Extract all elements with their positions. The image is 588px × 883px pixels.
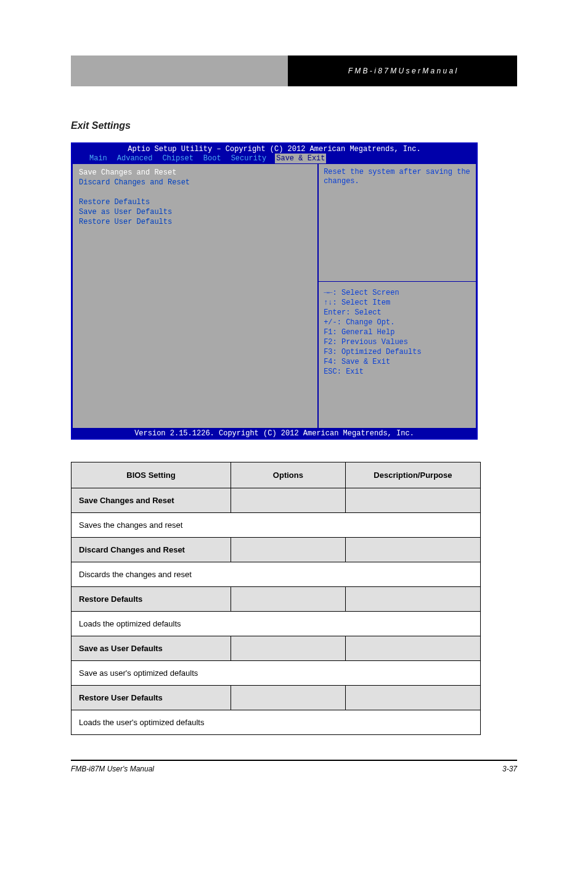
bios-version-footer: Version 2.15.1226. Copyright (C) 2012 Am… (72, 429, 476, 438)
row-options (231, 488, 345, 513)
row-desc: Loads the optimized defaults (71, 612, 481, 636)
row-options (231, 636, 345, 661)
footer-left: FMB-i87M User's Manual (71, 765, 154, 773)
header-right-text: F M B - i 8 7 M U s e r M a n u a l (348, 67, 457, 75)
row-desc: Discards the changes and reset (71, 562, 481, 587)
menu-save-changes-reset[interactable]: Save Changes and Reset (79, 168, 311, 178)
header-left-block (71, 55, 288, 86)
col-header-setting: BIOS Setting (71, 462, 231, 488)
tab-security[interactable]: Security (230, 154, 268, 163)
legend-change-opt: +/-: Change Opt. (324, 318, 471, 327)
bios-tabs: Main Advanced Chipset Boot Security Save… (72, 154, 476, 163)
bios-help-description: Reset the system after saving the change… (319, 164, 476, 282)
row-title: Restore Defaults (71, 587, 231, 612)
row-desc: Save as user's optimized defaults (71, 661, 481, 686)
legend-select-item: ↑↓: Select Item (324, 298, 471, 308)
bios-screenshot: Aptio Setup Utility – Copyright (C) 2012… (71, 142, 478, 440)
legend-select-screen: →←: Select Screen (324, 288, 471, 298)
bios-utility-title: Aptio Setup Utility – Copyright (C) 2012… (72, 145, 476, 154)
menu-discard-changes-reset[interactable]: Discard Changes and Reset (79, 178, 311, 187)
settings-table: BIOS Setting Options Description/Purpose… (71, 462, 481, 735)
menu-restore-defaults[interactable]: Restore Defaults (79, 197, 311, 207)
row-options (231, 538, 345, 562)
legend-f1: F1: General Help (324, 327, 471, 337)
table-row: Save as user's optimized defaults (71, 661, 481, 686)
bios-body: Save Changes and Reset Discard Changes a… (72, 163, 476, 429)
bios-menu-panel: Save Changes and Reset Discard Changes a… (72, 163, 318, 429)
table-row: Loads the optimized defaults (71, 612, 481, 636)
tab-save-exit[interactable]: Save & Exit (275, 154, 326, 163)
tab-chipset[interactable]: Chipset (161, 154, 194, 163)
row-title: Save as User Defaults (71, 636, 231, 661)
tab-advanced[interactable]: Advanced (116, 154, 154, 163)
row-desc-cell (345, 636, 480, 661)
table-row: Discard Changes and Reset (71, 538, 481, 562)
table-row: Save Changes and Reset (71, 488, 481, 513)
row-title: Restore User Defaults (71, 686, 231, 710)
tab-boot[interactable]: Boot (202, 154, 223, 163)
menu-save-user-defaults[interactable]: Save as User Defaults (79, 207, 311, 217)
row-desc-cell (345, 587, 480, 612)
footer-rule (71, 760, 517, 761)
page-footer: FMB-i87M User's Manual 3-37 (71, 765, 517, 773)
table-header-row: BIOS Setting Options Description/Purpose (71, 462, 481, 488)
bios-help-panel: Reset the system after saving the change… (318, 163, 476, 429)
row-options (231, 686, 345, 710)
page: F M B - i 8 7 M U s e r M a n u a l Exit… (0, 55, 588, 773)
bios-key-legend: →←: Select Screen ↑↓: Select Item Enter:… (319, 282, 476, 428)
col-header-desc: Description/Purpose (345, 462, 480, 488)
table-row: Discards the changes and reset (71, 562, 481, 587)
menu-restore-user-defaults[interactable]: Restore User Defaults (79, 217, 311, 227)
legend-f4: F4: Save & Exit (324, 357, 471, 367)
legend-enter: Enter: Select (324, 308, 471, 318)
footer-right: 3-37 (502, 765, 517, 773)
row-desc-cell (345, 538, 480, 562)
table-row: Loads the user's optimized defaults (71, 710, 481, 735)
table-row: Save as User Defaults (71, 636, 481, 661)
legend-f2: F2: Previous Values (324, 337, 471, 347)
legend-f3: F3: Optimized Defaults (324, 347, 471, 357)
tab-main[interactable]: Main (88, 154, 108, 163)
row-options (231, 587, 345, 612)
table-row: Saves the changes and reset (71, 513, 481, 538)
row-desc: Saves the changes and reset (71, 513, 481, 538)
legend-esc: ESC: Exit (324, 367, 471, 377)
row-title: Discard Changes and Reset (71, 538, 231, 562)
table-row: Restore User Defaults (71, 686, 481, 710)
row-desc-cell (345, 686, 480, 710)
page-header-bar: F M B - i 8 7 M U s e r M a n u a l (71, 55, 517, 86)
row-desc-cell (345, 488, 480, 513)
section-title: Exit Settings (71, 120, 517, 131)
row-desc: Loads the user's optimized defaults (71, 710, 481, 735)
row-title: Save Changes and Reset (71, 488, 231, 513)
col-header-options: Options (231, 462, 345, 488)
table-row: Restore Defaults (71, 587, 481, 612)
header-right-block: F M B - i 8 7 M U s e r M a n u a l (288, 55, 517, 86)
bios-title-bar: Aptio Setup Utility – Copyright (C) 2012… (72, 144, 476, 163)
